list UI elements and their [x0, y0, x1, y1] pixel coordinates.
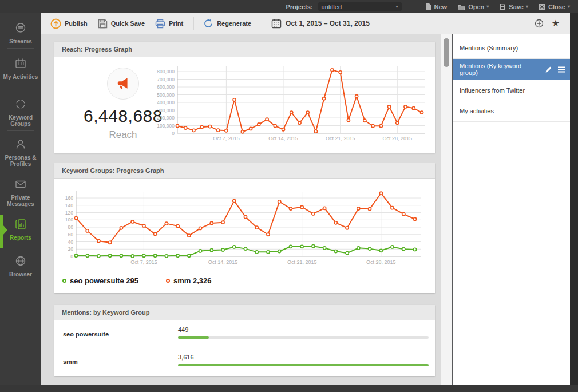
- svg-text:500,000: 500,000: [157, 92, 175, 98]
- calendar-icon: [271, 18, 282, 29]
- report-icon: [14, 218, 27, 231]
- active-item-arrow: [3, 225, 7, 235]
- divider: [7, 14, 34, 14]
- mentions-panel: Mentions: by Keyword Group seo powersuit…: [54, 305, 435, 376]
- new-project-button[interactable]: New: [425, 3, 448, 10]
- divider: [262, 17, 262, 30]
- regenerate-label: Regenerate: [217, 20, 251, 27]
- widget-item-label: Influencers from Twitter: [460, 87, 525, 94]
- svg-text:80: 80: [68, 224, 74, 230]
- open-button-label: Open: [468, 3, 484, 10]
- projects-label: Projects:: [286, 3, 312, 10]
- chevron-down-icon: ▾: [486, 4, 489, 9]
- bottom-frame-bar: [0, 385, 578, 392]
- progress-track: [178, 364, 429, 366]
- sidebar-item-label: My Activities: [0, 74, 41, 80]
- print-label: Print: [169, 20, 183, 27]
- publish-up-arrow-icon: [50, 18, 61, 29]
- sidebar-item-personas-profiles[interactable]: Personas & Profiles: [0, 138, 41, 167]
- reach-line-chart: 0100,000200,000300,000400,000500,000600,…: [140, 64, 429, 149]
- sidebar-item-my-activities[interactable]: My Activities: [0, 57, 41, 80]
- report-toolbar: Publish Quick Save Print Regenerate Oct …: [41, 13, 570, 34]
- sidebar-item-label: Private Messages: [0, 195, 41, 207]
- divider: [7, 282, 34, 282]
- mentions-count: 3,616: [178, 354, 194, 361]
- megaphone-icon: [116, 76, 130, 91]
- svg-text:Oct 7, 2015: Oct 7, 2015: [213, 136, 240, 141]
- svg-text:300,000: 300,000: [157, 108, 175, 113]
- megaphone-badge: [107, 68, 139, 100]
- sidebar-item-label: Streams: [0, 38, 41, 45]
- date-range-picker[interactable]: Oct 1, 2015 – Oct 31, 2015: [271, 18, 370, 29]
- regenerate-button[interactable]: Regenerate: [203, 18, 251, 29]
- widget-item-label: Mentions (Summary): [460, 45, 518, 52]
- svg-text:200,000: 200,000: [157, 115, 175, 121]
- publish-button[interactable]: Publish: [50, 18, 88, 29]
- widget-item-label: My activities: [460, 108, 494, 114]
- floppy-icon: [98, 19, 108, 29]
- widget-item-mentions-by-keyword-group[interactable]: Mentions (By keyword group): [453, 59, 570, 80]
- calendar-icon: [14, 57, 27, 70]
- print-button[interactable]: Print: [155, 19, 183, 29]
- close-project-button[interactable]: Close ▾: [539, 3, 570, 10]
- favorite-star-icon[interactable]: ★: [552, 19, 560, 28]
- edit-pencil-icon[interactable]: [545, 66, 552, 73]
- keyword-groups-panel: Keyword Groups: Progress Graph 020406080…: [54, 163, 435, 293]
- mentions-panel-title: Mentions: by Keyword Group: [62, 309, 149, 316]
- reach-panel: Reach: Progress Graph 6,448,688 Reach 01…: [54, 42, 435, 153]
- svg-text:40: 40: [68, 239, 74, 245]
- publish-label: Publish: [65, 20, 88, 27]
- widget-item-my-activities[interactable]: My activities: [453, 101, 570, 122]
- sidebar-item-private-messages[interactable]: Private Messages: [0, 178, 41, 207]
- sidebar-item-keyword-groups[interactable]: Keyword Groups: [0, 98, 41, 127]
- app-window: Projects: untitled ▾ New Open ▾ Save ▾ C…: [0, 0, 578, 392]
- sidebar-item-label: Personas & Profiles: [0, 155, 41, 167]
- svg-text:Oct 28, 2015: Oct 28, 2015: [383, 136, 413, 141]
- plus-circle-icon: [535, 19, 544, 28]
- svg-text:60: 60: [68, 232, 74, 237]
- open-project-button[interactable]: Open ▾: [457, 3, 489, 10]
- quick-save-button[interactable]: Quick Save: [98, 19, 145, 29]
- svg-text:600,000: 600,000: [157, 84, 175, 90]
- scrollbar-thumb[interactable]: [444, 38, 449, 67]
- legend-item-smm: smm 2,326: [166, 276, 212, 285]
- legend-item-seo-powersuite: seo powersuite 295: [62, 276, 138, 285]
- progress-fill: [178, 364, 429, 366]
- divider: [7, 212, 34, 212]
- legend-name: smm: [173, 276, 191, 285]
- svg-text:100,000: 100,000: [157, 123, 175, 129]
- refresh-icon: [203, 18, 213, 29]
- open-folder-icon: [457, 3, 465, 10]
- sidebar-item-browser[interactable]: Browser: [0, 255, 41, 278]
- divider: [7, 130, 34, 131]
- project-name: untitled: [322, 3, 342, 10]
- vertical-scrollbar[interactable]: [441, 34, 452, 385]
- date-range-label: Oct 1, 2015 – Oct 31, 2015: [286, 19, 370, 27]
- progress-track: [178, 336, 429, 339]
- svg-text:Oct 14, 2015: Oct 14, 2015: [268, 136, 298, 141]
- sidebar-item-streams[interactable]: Streams: [0, 22, 41, 45]
- widget-item-label: Mentions (By keyword group): [460, 62, 540, 76]
- new-button-label: New: [434, 3, 448, 10]
- new-file-icon: [425, 3, 431, 10]
- sidebar-item-label: Reports: [0, 235, 41, 241]
- divider: [7, 171, 34, 171]
- report-canvas: Reach: Progress Graph 6,448,688 Reach 01…: [41, 34, 441, 385]
- svg-text:800,000: 800,000: [157, 69, 175, 74]
- envelope-icon: [14, 178, 27, 191]
- mentions-count: 449: [178, 326, 188, 333]
- project-select[interactable]: untitled ▾: [318, 2, 402, 11]
- widget-item-influencers-from-twitter[interactable]: Influencers from Twitter: [453, 80, 570, 101]
- svg-text:140: 140: [65, 203, 73, 208]
- chevron-down-icon: ▾: [568, 4, 570, 9]
- printer-icon: [155, 19, 165, 29]
- svg-text:Oct 14, 2015: Oct 14, 2015: [208, 259, 238, 265]
- menu-hamburger-icon[interactable]: [557, 66, 565, 73]
- reach-panel-title: Reach: Progress Graph: [62, 46, 132, 53]
- legend-marker-icon: [62, 279, 66, 283]
- widget-item-mentions-summary[interactable]: Mentions (Summary): [453, 38, 570, 59]
- legend-marker-icon: [166, 279, 170, 283]
- add-widget-button[interactable]: [535, 19, 544, 28]
- reach-panel-header: Reach: Progress Graph: [54, 42, 435, 57]
- save-project-button[interactable]: Save ▾: [499, 3, 528, 10]
